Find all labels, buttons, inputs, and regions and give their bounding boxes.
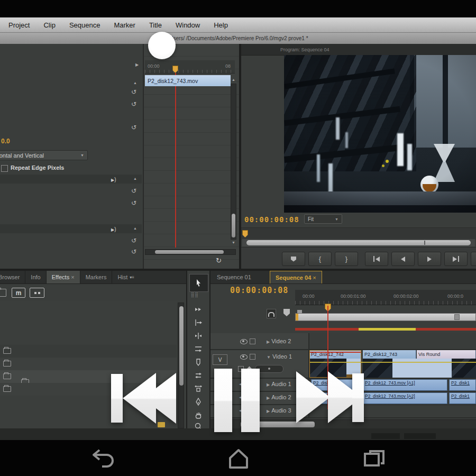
step-forward-button[interactable] [444,252,468,266]
close-icon[interactable]: × [71,274,74,280]
new-preset-bin-icon[interactable] [30,288,44,298]
zoom-level-select[interactable]: Fit ▼ [304,214,342,224]
scroll-down-icon[interactable]: ▼ [232,241,235,245]
toggle-track-output-icon[interactable] [240,339,248,344]
track-audio2-label[interactable]: ▶ Audio 2 [267,394,291,400]
track-video1-label[interactable]: ▼ Video 1 [267,353,292,360]
work-area-start[interactable] [296,314,298,321]
work-area-handle[interactable] [454,314,460,320]
menu-marker[interactable]: Marker [114,21,135,29]
show-timeline-toggle-icon[interactable]: ▶ [135,63,139,67]
hand-tool[interactable] [189,410,207,420]
keyframe-nav-icon[interactable]: ▶) [111,177,116,182]
track-area-video2[interactable] [309,333,476,350]
reset-param-icon[interactable]: ↺ [131,101,136,107]
tab-history[interactable]: Hist▾≡ [112,271,140,283]
track-video2-label[interactable]: ▶ Video 2 [267,338,291,344]
effects-list-scrollbar[interactable] [178,303,184,428]
effect-header-row[interactable]: ▶) [0,224,142,233]
clip-video[interactable]: P2_disk12_743 [363,350,416,359]
snap-toggle-icon[interactable] [267,309,276,318]
reset-param-icon[interactable]: ↺ [131,124,136,131]
menu-project[interactable]: Project [8,21,30,29]
pause-overlay-icon[interactable] [212,367,262,434]
keyframe-nav-icon[interactable]: ▶) [111,226,116,232]
ec-timeline-ruler[interactable]: 00:00 08 [145,60,235,74]
track-lock-icon[interactable] [250,354,255,360]
collapse-icon[interactable]: ▲ [133,81,137,85]
ec-horizontal-scrollbar[interactable] [145,249,236,255]
program-marker-strip[interactable] [241,227,476,240]
tab-effects[interactable]: Effects × [47,271,80,283]
tab-markers[interactable]: Markers [80,271,113,283]
razor-tool[interactable] [189,358,207,367]
slide-tool[interactable] [189,384,207,393]
scroll-up-icon[interactable]: ▲ [232,78,235,82]
clip-title[interactable]: Vis Round [417,350,476,359]
reset-param-icon[interactable]: ↺ [131,89,136,95]
go-to-in-button[interactable] [365,252,388,266]
menu-window[interactable]: Window [176,21,200,29]
reset-param-icon[interactable]: ↺ [131,188,136,194]
menu-sequence[interactable]: Sequence [69,21,100,29]
add-marker-button[interactable] [282,252,305,266]
pen-tool[interactable] [189,397,207,407]
program-timecode[interactable]: 00:00:00:08 [244,215,299,224]
timeline-ruler[interactable]: 00:00 00:00:01:00 00:00:02:00 00:00:0 [295,290,476,305]
previous-track-overlay-icon[interactable] [108,372,178,425]
next-track-overlay-icon[interactable] [295,370,367,424]
menu-title[interactable]: Title [149,21,162,29]
clip-audio[interactable]: P2_disk1 [449,379,476,391]
collapse-icon[interactable]: ▲ [133,226,137,231]
clip-audio[interactable]: P2_disk1 [449,392,476,404]
close-icon[interactable]: × [313,274,316,281]
track-lock-icon[interactable] [250,338,255,344]
program-scrollbar-thumb[interactable] [246,240,471,245]
ec-vertical-scrollbar[interactable] [231,84,236,240]
slip-tool[interactable] [189,371,207,380]
rate-stretch-tool[interactable] [189,344,207,354]
play-button[interactable] [418,252,441,266]
menu-help[interactable]: Help [214,21,228,29]
reset-param-icon[interactable]: ↺ [131,249,136,255]
tab-media-browser[interactable]: Media Browser [0,271,25,283]
dimension-dropdown[interactable]: Horizontal and Vertical ▼ [0,150,88,160]
home-icon[interactable] [226,447,251,470]
menu-clip[interactable]: Clip [43,21,55,29]
selection-tool[interactable] [189,274,208,292]
transport-button-cropped[interactable] [471,252,476,266]
timeline-timecode[interactable]: 00:00:00:08 [230,286,288,295]
tab-info[interactable]: Info [25,271,46,283]
collapse-icon[interactable]: ▲ [133,177,137,181]
mark-out-button[interactable]: } [335,252,358,266]
mark-in-button[interactable]: { [308,252,332,266]
ripple-edit-tool[interactable] [189,318,207,327]
track-audio1-label[interactable]: ▶ Audio 1 [267,381,291,387]
recents-icon[interactable] [362,447,386,470]
step-back-button[interactable] [391,252,415,266]
work-area-bar[interactable] [295,313,476,321]
clip-audio[interactable]: P2_disk12_743.mov [A2] [363,392,447,404]
rolling-edit-tool[interactable] [189,331,207,341]
reset-param-icon[interactable]: ↺ [131,200,136,206]
tab-sequence-04[interactable]: Sequence 04 × [270,271,322,283]
new-custom-bin-icon[interactable]: m [12,288,25,298]
program-playhead-marker[interactable] [242,230,248,237]
set-marker-icon[interactable] [283,309,290,316]
list-item[interactable] [0,358,177,370]
effect-header-row[interactable]: ▶) [0,175,142,184]
ec-clip-name-bar[interactable]: P2_disk12_743.mov [145,75,231,86]
bin-icon[interactable] [0,289,6,297]
program-video-preview[interactable] [284,55,476,213]
list-item[interactable] [0,345,177,358]
program-scrollbar[interactable] [242,239,475,246]
program-monitor-tab[interactable]: Program: Sequence 04 [241,44,476,56]
param-value[interactable]: 0.0 [1,138,10,145]
reset-param-icon[interactable]: ↺ [131,237,136,244]
play-around-icon[interactable]: ↻ [216,257,222,264]
track-audio3-label[interactable]: ▶ Audio 3 [267,407,291,414]
repeat-edge-checkbox[interactable] [1,165,8,172]
source-target-badge[interactable]: V [213,354,227,365]
back-icon[interactable] [91,447,115,470]
track-select-tool[interactable] [189,305,207,314]
